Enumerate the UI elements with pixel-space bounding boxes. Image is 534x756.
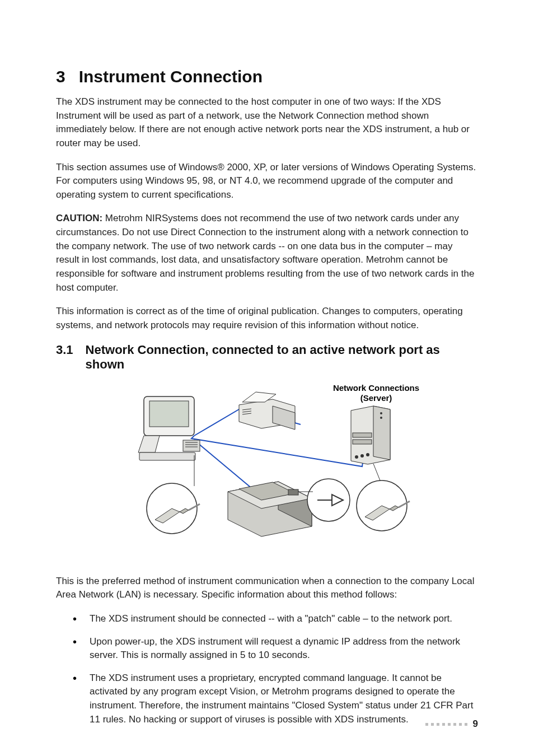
- svg-rect-2: [139, 452, 195, 460]
- connector-callout-left: [147, 455, 200, 534]
- subsection-title-text: Network Connection, connected to an acti…: [86, 343, 478, 372]
- svg-point-12: [355, 455, 358, 459]
- after-figure-intro: This is the preferred method of instrume…: [56, 575, 478, 602]
- svg-rect-16: [353, 440, 372, 444]
- svg-point-11: [380, 417, 382, 419]
- network-diagram-svg: Network Connections (Server): [110, 380, 424, 559]
- figure-label-line1: Network Connections: [333, 383, 419, 393]
- footer-dots-icon: [425, 723, 467, 726]
- svg-rect-1: [149, 401, 189, 427]
- caution-label: CAUTION:: [56, 213, 102, 223]
- page-footer: 9: [425, 718, 478, 730]
- server-icon: [351, 406, 390, 464]
- svg-rect-3: [183, 440, 200, 451]
- paragraph-caution: CAUTION: Metrohm NIRSystems does not rec…: [56, 212, 478, 295]
- paragraph-1: The XDS instrument may be connected to t…: [56, 95, 478, 151]
- svg-line-25: [373, 464, 380, 480]
- paragraph-4: This information is correct as of the ti…: [56, 305, 478, 332]
- svg-point-13: [360, 454, 364, 458]
- caution-text: Metrohm NIRSystems does not recommend th…: [56, 213, 474, 292]
- document-page: 3Instrument Connection The XDS instrumen…: [0, 0, 534, 756]
- svg-rect-15: [353, 433, 372, 437]
- instrument-icon: [228, 482, 312, 536]
- svg-rect-17: [288, 489, 298, 495]
- subsection-number: 3.1: [56, 343, 73, 372]
- list-item: The XDS instrument uses a proprietary, e…: [73, 671, 478, 727]
- paragraph-2: This section assumes use of Windows® 200…: [56, 161, 478, 202]
- subsection-heading: 3.1 Network Connection, connected to an …: [56, 343, 478, 372]
- network-diagram-figure: Network Connections (Server): [56, 380, 478, 559]
- list-item: Upon power-up, the XDS instrument will r…: [73, 635, 478, 662]
- list-item: The XDS instrument should be connected -…: [73, 612, 478, 626]
- section-title-text: Instrument Connection: [79, 67, 263, 86]
- section-number: 3: [56, 67, 65, 86]
- section-heading: 3Instrument Connection: [56, 67, 478, 86]
- page-number: 9: [473, 718, 478, 730]
- svg-point-10: [380, 412, 382, 414]
- svg-point-14: [366, 453, 369, 456]
- computer-icon: [138, 396, 200, 460]
- figure-label-line2: (Server): [360, 393, 392, 403]
- connector-callout-right: [357, 464, 410, 531]
- bullet-list: The XDS instrument should be connected -…: [56, 612, 478, 726]
- printer-icon: [239, 392, 295, 430]
